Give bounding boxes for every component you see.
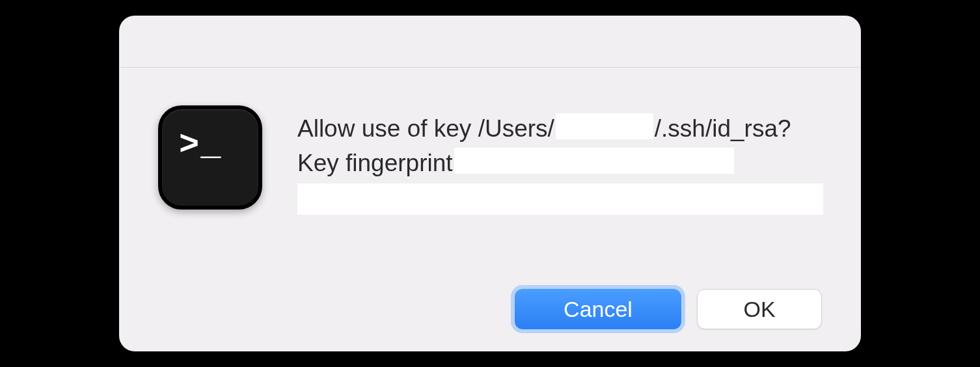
message-line1-suffix: /.ssh/id_rsa? (655, 113, 791, 145)
cancel-button[interactable]: Cancel (515, 289, 681, 329)
dialog-title-bar (119, 16, 861, 68)
redacted-username (556, 113, 653, 139)
terminal-icon: >_ (158, 105, 262, 210)
ssh-key-confirm-dialog: >_ Allow use of key /Users/ /.ssh/id_rsa… (119, 16, 861, 351)
dialog-message: Allow use of key /Users/ /.ssh/id_rsa? K… (297, 99, 823, 215)
terminal-prompt-glyph: >_ (179, 129, 222, 163)
dialog-button-row: Cancel OK (515, 289, 822, 329)
ok-button[interactable]: OK (697, 289, 822, 329)
message-line-2: Key fingerprint (297, 145, 823, 180)
message-line2-prefix: Key fingerprint (297, 147, 453, 180)
message-line-1: Allow use of key /Users/ /.ssh/id_rsa? (297, 111, 823, 145)
redacted-fingerprint-1 (454, 148, 734, 174)
redacted-fingerprint-2 (297, 184, 823, 215)
message-line1-prefix: Allow use of key /Users/ (297, 113, 554, 145)
